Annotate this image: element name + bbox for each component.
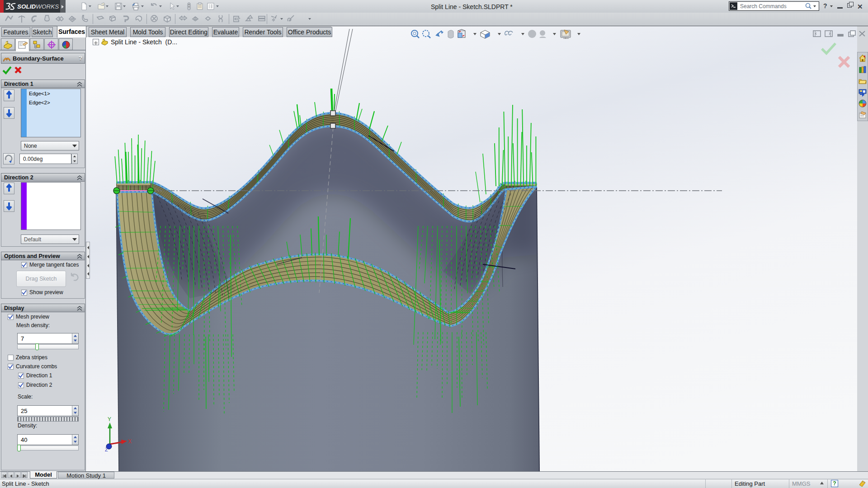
svg-text:Z: Z: [105, 447, 108, 452]
svg-text:X: X: [128, 438, 132, 445]
svg-text:Y: Y: [108, 416, 111, 422]
